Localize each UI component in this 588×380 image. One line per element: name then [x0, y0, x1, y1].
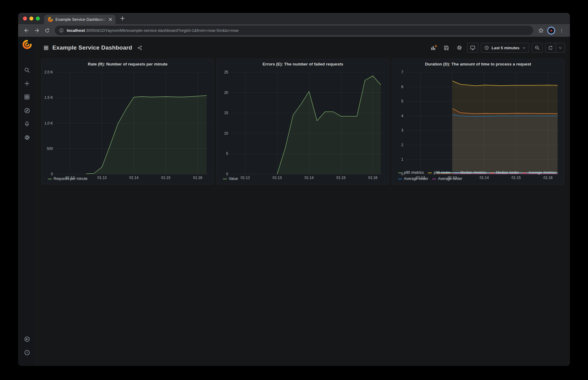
series-area [86, 95, 207, 174]
url-text: localhost:3000/d/1DYaynomMk/example-serv… [67, 28, 239, 33]
legend-label: p90 /metrics [404, 170, 424, 175]
legend-item[interactable]: Median /metrics [454, 170, 486, 175]
chevron-down-icon [522, 46, 526, 50]
add-panel-button[interactable] [428, 43, 439, 53]
dashboard-grid-icon [43, 45, 49, 50]
minimize-window-button[interactable] [29, 17, 33, 20]
bookmark-star-icon[interactable] [536, 26, 545, 35]
y-tick-label: 500 [47, 147, 53, 151]
zoom-out-time-button[interactable] [532, 43, 543, 53]
legend-swatch [490, 173, 494, 173]
svg-text:?: ? [26, 351, 28, 354]
chart-canvas: 0123456701:1201:1301:1401:1501:16 [392, 69, 564, 181]
explore-compass-icon[interactable] [20, 104, 34, 117]
tab-strip: Example Service Dashboard - G [18, 13, 570, 24]
y-tick-label: 1.5 K [44, 95, 53, 100]
y-tick-label: 20 [224, 91, 228, 95]
panel-errors: Errors (E): The number of failed request… [217, 59, 389, 184]
y-tick-label: 15 [224, 111, 228, 115]
alerting-bell-icon[interactable] [20, 117, 34, 131]
screen: { "browser": { "tab": { "title": "Exampl… [0, 0, 588, 380]
profile-avatar[interactable] [547, 27, 555, 35]
grafana-main: Example Service Dashboard [36, 37, 570, 366]
grafana-logo-icon[interactable] [22, 40, 32, 49]
create-plus-icon[interactable] [20, 77, 34, 90]
series-line [452, 81, 558, 86]
sign-out-icon[interactable] [20, 332, 34, 346]
panel-row: Rate (R): Number of requests per minute … [41, 59, 565, 184]
y-tick-label: 10 [224, 131, 228, 136]
legend-swatch [454, 173, 458, 173]
share-dashboard-icon[interactable] [137, 45, 142, 50]
url-bar[interactable]: localhost:3000/d/1DYaynomMk/example-serv… [55, 26, 533, 35]
help-icon[interactable]: ? [20, 346, 34, 359]
panel-title[interactable]: Duration (D): The amount of time to proc… [392, 59, 564, 69]
panel-title[interactable]: Errors (E): The number of failed request… [217, 59, 389, 69]
rate-chart[interactable]: 05001.0 K1.5 K2.0 K01:1201:1301:1401:150… [42, 69, 214, 176]
legend-item[interactable]: Value [223, 176, 238, 181]
save-dashboard-button[interactable] [441, 43, 452, 53]
y-tick-label: 2.0 K [44, 70, 53, 74]
site-info-icon[interactable] [59, 28, 64, 33]
errors-chart[interactable]: 051015202501:1201:1301:1401:1501:16 [217, 69, 389, 176]
legend-label: Average /metrics [529, 170, 556, 175]
y-tick-label: 5 [226, 151, 228, 156]
configuration-gear-icon[interactable] [20, 131, 34, 144]
reload-button[interactable] [43, 26, 52, 35]
window-controls [18, 17, 44, 20]
rate-legend: Requests per minute [42, 176, 214, 184]
legend-item[interactable]: Average /order [432, 176, 462, 181]
dashboard-header: Example Service Dashboard [36, 37, 570, 59]
new-tab-button[interactable] [118, 14, 127, 23]
time-range-picker[interactable]: Last 5 minutes [481, 43, 529, 53]
legend-label: p90 /order [434, 170, 450, 175]
legend-swatch [48, 179, 52, 179]
browser-tab[interactable]: Example Service Dashboard - G [44, 15, 115, 24]
chart-canvas: 051015202501:1201:1301:1401:1501:16 [217, 69, 389, 181]
grafana-app: ? Example Service Dashboard [18, 37, 570, 366]
legend-label: Value [229, 176, 238, 181]
dashboard-title[interactable]: Example Service Dashboard [52, 44, 132, 51]
dashboard-settings-button[interactable] [454, 43, 465, 53]
legend-label: Requests per minute [54, 176, 88, 181]
search-icon[interactable] [20, 63, 34, 77]
panel-title[interactable]: Rate (R): Number of requests per minute [42, 59, 214, 69]
browser-menu-kebab-icon[interactable] [557, 26, 566, 35]
y-tick-label: 1 [401, 157, 403, 162]
legend-swatch [223, 179, 227, 179]
legend-swatch [432, 179, 436, 179]
panel-rate: Rate (R): Number of requests per minute … [41, 59, 214, 184]
y-tick-label: 4 [401, 114, 403, 118]
back-button[interactable] [22, 26, 31, 35]
cycle-view-mode-button[interactable] [467, 43, 478, 53]
legend-label: Average /order [438, 176, 462, 181]
url-host: localhost [67, 28, 85, 33]
legend-item[interactable]: Average /order [398, 176, 428, 181]
tab-close-icon[interactable] [107, 17, 113, 22]
duration-legend: p90 /metricsp90 /orderMedian /metricsMed… [392, 170, 564, 184]
close-window-button[interactable] [23, 17, 27, 20]
duration-chart[interactable]: 0123456701:1201:1301:1401:1501:16 [392, 69, 564, 170]
y-tick-label: 25 [224, 70, 228, 74]
refresh-group [545, 43, 565, 53]
legend-item[interactable]: Median /order [490, 170, 519, 175]
dashboards-icon[interactable] [20, 90, 34, 104]
legend-swatch [428, 173, 432, 173]
refresh-dashboard-button[interactable] [545, 43, 556, 52]
legend-item[interactable]: Requests per minute [48, 176, 88, 181]
y-tick-label: 5 [401, 99, 403, 103]
zoom-window-button[interactable] [36, 17, 40, 20]
y-tick-label: 3 [401, 128, 403, 132]
legend-item[interactable]: p90 /order [428, 170, 450, 175]
panel-duration: Duration (D): The amount of time to proc… [392, 59, 564, 184]
errors-legend: Value [217, 176, 389, 184]
dashboard-toolbar: Last 5 minutes [428, 43, 565, 53]
y-tick-label: 7 [401, 70, 403, 74]
forward-button[interactable] [32, 26, 41, 35]
legend-label: Median /order [496, 170, 519, 175]
legend-item[interactable]: Average /metrics [523, 170, 556, 175]
url-path: :3000/d/1DYaynomMk/example-service-dashb… [85, 28, 238, 33]
chart-canvas: 05001.0 K1.5 K2.0 K01:1201:1301:1401:150… [42, 69, 214, 181]
legend-item[interactable]: p90 /metrics [398, 170, 424, 175]
refresh-interval-caret[interactable] [556, 43, 565, 52]
